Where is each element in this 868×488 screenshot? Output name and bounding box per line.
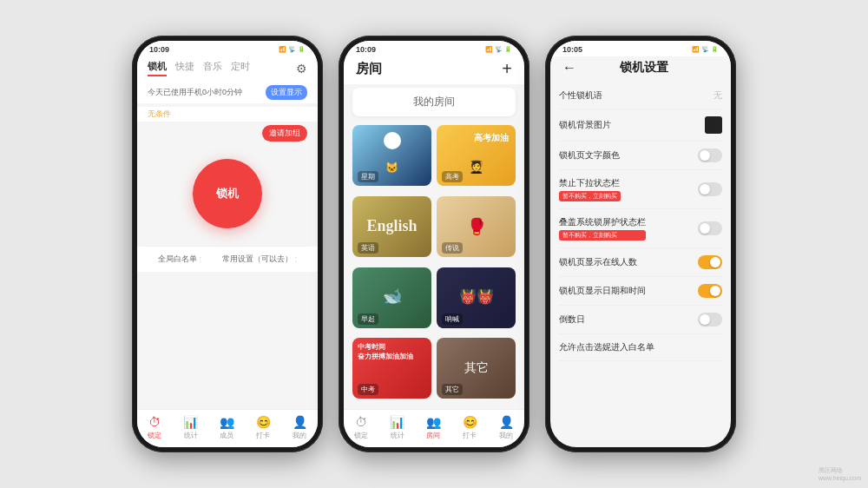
gear-icon[interactable]: ⚙ xyxy=(296,62,307,76)
toggle-disable-pulldown[interactable] xyxy=(698,182,722,196)
back-button[interactable]: ← xyxy=(562,60,576,76)
setting-overlay-lockscreen: 叠盖系统锁屏护状态栏 暂不购买，立刻购买 xyxy=(559,209,722,248)
battery-icon-2: 🔋 xyxy=(504,46,512,53)
setting-label-text-color: 锁机页文字颜色 xyxy=(559,149,620,162)
setting-disable-pulldown: 禁止下拉状态栏 暂不购买，立刻购买 xyxy=(559,170,722,209)
nav-lock[interactable]: ⏱ 锁定 xyxy=(148,415,161,440)
setting-label-disable-pulldown: 禁止下拉状态栏 xyxy=(559,177,621,189)
setting-label-show-online: 锁机页显示在线人数 xyxy=(559,256,637,268)
rooms-nav-icon: 👥 xyxy=(426,415,441,429)
invite-area: 邀请加组 xyxy=(137,122,318,145)
members-nav-icon: 👥 xyxy=(220,415,234,429)
signal-icon-2: 📶 xyxy=(485,46,493,53)
setting-label-allow-whitelist: 允许点击选妮进入白名单 xyxy=(559,341,654,353)
setting-show-datetime: 锁机页显示日期和时间 xyxy=(559,277,722,306)
common-settings-option[interactable]: 常用设置（可以去） : xyxy=(222,254,298,265)
nav-checkin-label: 打卡 xyxy=(256,431,270,440)
nav2-mine[interactable]: 👤 我的 xyxy=(499,415,514,440)
setting-personal-message: 个性锁机语 无 xyxy=(559,82,722,109)
rooms-grid: 🐱 星期 高考加油 🧑‍🎓 高考 English 英语 🥊 传说 xyxy=(344,120,524,409)
tab-lock[interactable]: 锁机 xyxy=(148,60,167,76)
room-card-zhongkao[interactable]: 中考时间奋力拼搏加油加油 中考 xyxy=(352,338,431,399)
setting-label-bg: 锁机背景图片 xyxy=(559,119,611,131)
set-display-button[interactable]: 设置显示 xyxy=(266,85,307,100)
wifi-icon-3: 📡 xyxy=(701,46,709,53)
whitelist-option[interactable]: 全局白名单 : xyxy=(158,254,202,265)
nav-mine[interactable]: 👤 我的 xyxy=(293,415,307,440)
room-label-moon: 星期 xyxy=(358,171,378,182)
setting-left-overlay: 叠盖系统锁屏护状态栏 暂不购买，立刻购买 xyxy=(559,216,646,241)
gaokao-overlay-text: 高考加油 xyxy=(474,132,509,144)
room-label-english: 英语 xyxy=(358,242,378,254)
nav2-rooms-label: 房间 xyxy=(426,431,440,440)
gaokao-person-icon: 🧑‍🎓 xyxy=(469,160,483,174)
invite-button[interactable]: 邀请加组 xyxy=(262,125,307,142)
room-card-moon[interactable]: 🐱 星期 xyxy=(352,125,431,186)
nav2-lock-label: 锁定 xyxy=(354,431,368,440)
nav-lock-label: 锁定 xyxy=(148,431,161,440)
room-card-qita[interactable]: 其它 其它 xyxy=(437,338,516,399)
signal-icon: 📶 xyxy=(279,46,286,53)
checkin-nav-icon-2: 😊 xyxy=(463,415,477,429)
lock-nav-icon: ⏱ xyxy=(148,415,161,429)
tab-timer[interactable]: 定时 xyxy=(231,60,250,76)
nav2-checkin[interactable]: 😊 打卡 xyxy=(463,415,477,440)
lock-nav-icon-2: ⏱ xyxy=(355,415,367,429)
nav-stats[interactable]: 📊 统计 xyxy=(183,415,198,440)
room-card-english[interactable]: English 英语 xyxy=(352,196,431,257)
setting-label-overlay: 叠盖系统锁屏护状态栏 xyxy=(559,216,646,228)
setting-label-show-datetime: 锁机页显示日期和时间 xyxy=(559,285,646,297)
setting-show-online: 锁机页显示在线人数 xyxy=(559,248,722,277)
setting-value-personal: 无 xyxy=(713,89,722,102)
nav-stats-label: 统计 xyxy=(184,431,198,440)
warning-tag-overlay[interactable]: 暂不购买，立刻购买 xyxy=(559,230,646,241)
room-card-zaoqi[interactable]: 🐋 早起 xyxy=(352,267,431,328)
whitelist-label: 全局白名单 xyxy=(158,254,197,265)
rooms-title: 房间 xyxy=(356,61,382,77)
setting-bg-image: 锁机背景图片 xyxy=(559,109,722,142)
checkin-nav-icon: 😊 xyxy=(256,415,271,429)
phone-3: 10:05 📶 📡 🔋 ← 锁机设置 个性锁机语 无 xyxy=(545,36,736,452)
nav2-lock[interactable]: ⏱ 锁定 xyxy=(354,415,368,440)
nav-checkin[interactable]: 😊 打卡 xyxy=(256,415,271,440)
tab-quick[interactable]: 快捷 xyxy=(175,60,194,76)
cat-icon: 🐱 xyxy=(385,162,398,174)
phone-1-screen: 10:09 📶 📡 🔋 锁机 快捷 音乐 定时 ⚙ 今天已使用 xyxy=(137,41,318,447)
add-room-button[interactable]: + xyxy=(502,60,512,77)
nahan-icon: 👹👹 xyxy=(459,287,494,304)
phone-2-time: 10:09 xyxy=(356,45,376,54)
mine-nav-icon-2: 👤 xyxy=(499,415,514,429)
nav-members[interactable]: 👥 成员 xyxy=(220,415,234,440)
room-card-chuanshuo[interactable]: 🥊 传说 xyxy=(437,196,516,257)
stats-nav-icon: 📊 xyxy=(183,415,198,429)
phone-1-nav: ⏱ 锁定 📊 统计 👥 成员 😊 打卡 👤 我的 xyxy=(137,409,318,447)
lock-button[interactable]: 锁机 xyxy=(193,159,262,228)
phone-2: 10:09 📶 📡 🔋 房间 + 我的房间 xyxy=(339,36,529,452)
wifi-icon: 📡 xyxy=(288,46,296,53)
room-label-gaokao: 高考 xyxy=(442,171,463,182)
tab-music[interactable]: 音乐 xyxy=(203,60,222,76)
toggle-overlay[interactable] xyxy=(698,221,722,235)
warning-tag-disable-pulldown[interactable]: 暂不购买，立刻购买 xyxy=(559,191,621,201)
nav2-rooms[interactable]: 👥 房间 xyxy=(426,415,441,440)
toggle-show-datetime[interactable] xyxy=(698,284,722,298)
phones-container: 10:09 📶 📡 🔋 锁机 快捷 音乐 定时 ⚙ 今天已使用 xyxy=(115,18,753,470)
english-text: English xyxy=(366,217,417,235)
color-swatch-bg[interactable] xyxy=(705,116,722,134)
usage-text: 今天已使用手机0小时0分钟 xyxy=(148,87,242,98)
settings-list: 个性锁机语 无 锁机背景图片 锁机页文字颜色 禁止下拉状态栏 xyxy=(550,82,731,447)
room-label-zaoqi: 早起 xyxy=(358,313,378,325)
my-room-section[interactable]: 我的房间 xyxy=(352,88,516,116)
chuanshuo-icon: 🥊 xyxy=(467,217,486,236)
wifi-icon-2: 📡 xyxy=(495,46,503,53)
toggle-countdown[interactable] xyxy=(698,313,722,326)
nav2-mine-label: 我的 xyxy=(499,431,513,440)
toggle-text-color[interactable] xyxy=(698,148,722,162)
phone-2-status-bar: 10:09 📶 📡 🔋 xyxy=(344,41,524,56)
room-card-gaokao[interactable]: 高考加油 🧑‍🎓 高考 xyxy=(437,125,516,186)
room-card-nahan[interactable]: 👹👹 呐喊 xyxy=(437,267,516,328)
stats-nav-icon-2: 📊 xyxy=(390,415,404,429)
toggle-show-online[interactable] xyxy=(698,255,722,269)
phone-1-status-icons: 📶 📡 🔋 xyxy=(279,46,306,53)
nav2-stats[interactable]: 📊 统计 xyxy=(390,415,404,440)
